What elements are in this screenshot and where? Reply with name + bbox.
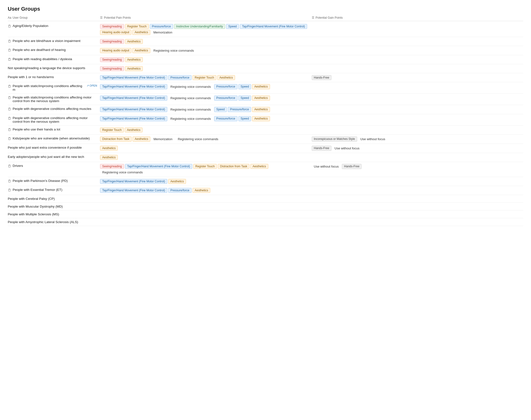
user-group-name: People with Essential Tremor (ET) xyxy=(13,188,62,192)
table-row: People with Cerebral Palsy (CP) xyxy=(8,195,523,203)
user-group-name: People with reading disabilities / dysle… xyxy=(13,57,72,61)
pain-tag: Memorization xyxy=(151,30,175,35)
pain-list-icon: ☰ xyxy=(100,16,103,19)
gain-tag: Use without focus xyxy=(332,146,362,151)
user-group-cell-drivers: 🗒Drivers xyxy=(8,164,100,168)
table-row: 🗒People with Essential Tremor (ET)Tap/Fi… xyxy=(8,186,523,195)
user-group-name: Kids/people who are vulnerable (when alo… xyxy=(13,136,90,140)
pain-tag: Aesthetics xyxy=(252,96,270,101)
table-row: People who just want extra convenience i… xyxy=(8,144,523,153)
pain-tag: Register Touch xyxy=(193,75,216,80)
table-row: 🗒People with reading disabilities / dysl… xyxy=(8,55,523,64)
user-group-name: People with static/improving conditions … xyxy=(13,84,84,91)
pain-tag: Hearing audio output xyxy=(100,30,131,35)
pain-points-cell-essential-tremor: Tap/Finger/Hand Movement (Fine Motor Con… xyxy=(100,188,312,193)
gain-tag: Hands-Free xyxy=(342,164,362,169)
pain-tag: Aesthetics xyxy=(132,48,150,53)
pain-tag: Aesthetics xyxy=(133,136,150,142)
user-group-name: People with degenerative conditions affe… xyxy=(13,116,97,123)
doc-icon: 🗒 xyxy=(8,107,11,111)
doc-icon: 🗒 xyxy=(8,179,11,183)
user-group-name: Aging/Elderly Population xyxy=(13,24,48,28)
user-group-cell-aging-elderly: 🗒Aging/Elderly Population xyxy=(8,24,100,28)
user-group-cell-degenerative-muscles: 🗒People with degenerative conditions aff… xyxy=(8,107,100,111)
pain-points-cell-blind-vision: Seeing/readingAesthetics xyxy=(100,39,312,44)
pain-tag: Aesthetics xyxy=(125,57,143,62)
user-group-name: People who are deaf/hard of hearing xyxy=(13,48,65,52)
gain-tag: Use without focus xyxy=(358,136,387,142)
table-body: 🗒Aging/Elderly PopulationSeeing/readingR… xyxy=(8,22,523,226)
pain-tag: Tap/Finger/Hand Movement (Fine Motor Con… xyxy=(100,107,167,112)
gain-tag: Hands-Free xyxy=(312,75,331,80)
user-group-name: People with Parkinson's Disease (PD) xyxy=(13,179,68,183)
pain-tag: Pressure/force xyxy=(168,188,192,193)
pain-points-cell-no-hands: Tap/Finger/Hand Movement (Fine Motor Con… xyxy=(100,75,312,80)
user-group-name: Early adopters/people who just want all … xyxy=(8,155,84,159)
user-group-cell-convenience: People who just want extra convenience i… xyxy=(8,146,100,149)
pain-tag: Tap/Finger/Hand Movement (Fine Motor Con… xyxy=(100,116,167,121)
pain-tag: Distraction from Task xyxy=(100,136,132,142)
pain-points-cell-hands-lot: Register TouchAesthetics xyxy=(100,128,312,132)
doc-icon: 🗒 xyxy=(8,164,11,168)
user-group-cell-hands-lot: 🗒People who use their hands a lot xyxy=(8,128,100,132)
table-row: People with Multiple Sclerosis (MS) xyxy=(8,210,523,218)
pain-tag: Pressure/force xyxy=(214,84,238,89)
pain-tag: Registering voice commands xyxy=(100,170,145,175)
pain-tag: Pressure/force xyxy=(168,75,192,80)
table-row: 🗒People with degenerative conditions aff… xyxy=(8,105,523,114)
user-group-cell-blind-vision: 🗒People who are blind/have a vision impa… xyxy=(8,39,100,43)
user-group-cell-cerebral-palsy: People with Cerebral Palsy (CP) xyxy=(8,197,100,201)
pain-tag: Tap/Finger/Hand Movement (Fine Motor Con… xyxy=(100,75,167,80)
doc-icon: 🗒 xyxy=(8,58,11,61)
pain-tag: Pressure/force xyxy=(214,96,238,101)
doc-icon: 🗒 xyxy=(8,188,11,192)
table-row: 🗒DriversSeeing/readingTap/Finger/Hand Mo… xyxy=(8,162,523,177)
user-group-name: Not speaking/reading a language the devi… xyxy=(8,66,85,70)
pain-tag: Aesthetics xyxy=(100,155,118,160)
pain-tag: Registering voice commands xyxy=(168,116,213,121)
pain-tag: Aesthetics xyxy=(125,66,143,71)
user-group-icon: Aa xyxy=(8,16,11,19)
pain-points-cell-degenerative-nervous: Tap/Finger/Hand Movement (Fine Motor Con… xyxy=(100,116,312,121)
doc-icon: 🗒 xyxy=(8,84,11,88)
pain-tag: Registering voice commands xyxy=(168,107,213,112)
table-row: 🗒People who use their hands a lotRegiste… xyxy=(8,126,523,135)
doc-icon: 🗒 xyxy=(8,96,11,100)
table-row: 🗒People with Parkinson's Disease (PD)Tap… xyxy=(8,177,523,186)
pain-tag: Seeing/reading xyxy=(100,57,124,62)
pain-tag: Registering voice commands xyxy=(151,48,196,53)
user-group-cell-language: Not speaking/reading a language the devi… xyxy=(8,66,100,70)
gain-points-cell-no-hands: Hands-Free xyxy=(312,75,523,80)
table-row: Not speaking/reading a language the devi… xyxy=(8,64,523,73)
pain-tag: Aesthetics xyxy=(252,116,270,121)
pain-tag: Aesthetics xyxy=(125,128,143,132)
gain-points-cell-drivers: Use without focusHands-Free xyxy=(312,164,523,169)
pain-tag: Aesthetics xyxy=(168,179,186,184)
table-row: People with Muscular Dystrophy (MD) xyxy=(8,203,523,210)
user-group-name: People with static/improving conditions … xyxy=(13,96,97,103)
gain-points-cell-kids-vulnerable: Inconspicuous or Matches StyleUse withou… xyxy=(312,136,523,142)
doc-icon: 🗒 xyxy=(8,24,11,28)
user-group-name: People with 1 or no hands/arms xyxy=(8,75,54,79)
pain-tag: Speed xyxy=(239,116,251,121)
open-link[interactable]: ↗ OPEN xyxy=(87,84,97,87)
gain-list-icon: ☰ xyxy=(312,16,314,19)
doc-icon: 🗒 xyxy=(8,116,11,120)
user-group-name: People who use their hands a lot xyxy=(13,128,60,131)
table-row: 🗒People with degenerative conditions aff… xyxy=(8,114,523,126)
user-group-cell-parkinsons: 🗒People with Parkinson's Disease (PD) xyxy=(8,179,100,183)
user-group-name: People with Amyotrophic Lateral Sclerosi… xyxy=(8,220,78,224)
pain-tag: Aesthetics xyxy=(217,75,235,80)
table-container: Aa User Group ☰ Potential Pain Points ☰ … xyxy=(8,16,523,226)
pain-tag: Tap/Finger/Hand Movement (Fine Motor Con… xyxy=(125,164,192,169)
col-header-gain-points: ☰ Potential Gain Points xyxy=(312,16,523,19)
gain-points-cell-convenience: Hands-FreeUse without focus xyxy=(312,146,523,151)
user-group-cell-reading-disabilities: 🗒People with reading disabilities / dysl… xyxy=(8,57,100,61)
pain-points-cell-parkinsons: Tap/Finger/Hand Movement (Fine Motor Con… xyxy=(100,179,312,184)
user-group-cell-degenerative-nervous: 🗒People with degenerative conditions aff… xyxy=(8,116,100,123)
col-header-user-group: Aa User Group xyxy=(8,16,100,19)
page-title: User Groups xyxy=(8,6,523,12)
table-row: 🗒People who are deaf/hard of hearingHear… xyxy=(8,46,523,55)
pain-tag: Memorization xyxy=(151,136,175,142)
user-group-cell-kids-vulnerable: 🗒Kids/people who are vulnerable (when al… xyxy=(8,136,100,141)
